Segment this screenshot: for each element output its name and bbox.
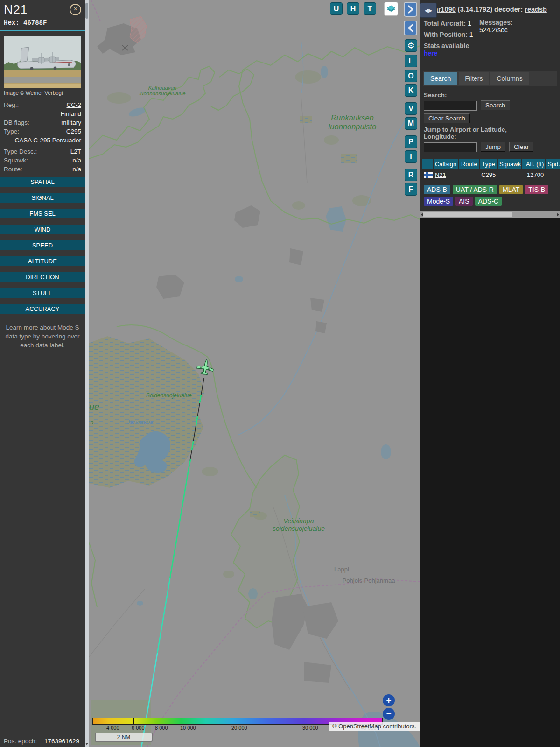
settings-gear-icon[interactable]: ⚙ xyxy=(405,39,417,52)
table-header-cell[interactable]: Callsign xyxy=(434,159,459,169)
hex-code: Hex: 46788F xyxy=(4,19,81,27)
aircraft-detail-sidebar: N21 × Hex: 46788F xyxy=(0,0,85,747)
map-attribution[interactable]: © OpenStreetMap contributors. xyxy=(329,722,420,731)
toggle-h-button[interactable]: H xyxy=(347,2,359,15)
altitude-tick: 10 000 xyxy=(180,725,196,731)
row-callsign-link[interactable]: N21 xyxy=(435,171,446,178)
toggle-f-button[interactable]: F xyxy=(405,183,417,196)
readsb-link[interactable]: readsb xyxy=(525,6,547,13)
tar1090-app: N21 × Hex: 46788F xyxy=(0,0,560,747)
squawk-label: Squawk: xyxy=(4,156,28,165)
registration-link[interactable]: CC-2 xyxy=(66,100,81,109)
table-header-cell[interactable]: Type xyxy=(480,159,497,169)
altitude-tick: 30 000 xyxy=(302,725,318,731)
section-header: SPATIAL xyxy=(0,177,85,187)
pos-epoch-value: 1763961629 xyxy=(44,737,79,746)
layers-icon[interactable] xyxy=(384,2,398,16)
jump-input[interactable] xyxy=(424,142,477,152)
table-header-cell[interactable]: Spd. xyxy=(546,159,560,169)
jump-button[interactable]: Jump xyxy=(481,142,505,152)
section-header: WIND xyxy=(0,225,85,234)
source-badge[interactable]: ADS-B xyxy=(424,185,450,194)
aircraft-table: CallsignRouteTypeSquawkAlt. (ft)Spd. N21… xyxy=(422,159,560,180)
table-horizontal-scrollbar[interactable] xyxy=(420,211,560,218)
chevron-right-icon[interactable] xyxy=(404,2,417,17)
table-header-cell[interactable]: Squawk xyxy=(498,159,521,169)
section-header: SPEED xyxy=(0,240,85,250)
source-badge[interactable]: AIS xyxy=(455,197,473,206)
typedesc-value: L2T xyxy=(70,147,81,156)
altitude-tick: 8 000 xyxy=(155,725,168,731)
messages-block: Messages:524.2/sec xyxy=(479,19,513,34)
toggle-t-button[interactable]: T xyxy=(364,2,376,15)
source-badges-row1: ADS-BUAT / ADS-RMLATTIS-B xyxy=(420,180,560,194)
section-header: FMS SEL xyxy=(0,209,85,218)
table-row[interactable]: N21 C295 12700 xyxy=(422,169,560,180)
table-header-cell[interactable]: Route xyxy=(459,159,479,169)
scrollbar-thumb[interactable] xyxy=(85,3,88,19)
section-header: ACCURACY xyxy=(0,304,85,314)
sidebar-section-2: FMS SEL xyxy=(4,209,81,221)
panel-tabs: Search Filters Columns xyxy=(423,71,557,86)
layers-glyph xyxy=(385,3,397,14)
row-route xyxy=(459,169,479,180)
table-header-cell[interactable] xyxy=(422,159,433,169)
section-header: STUFF xyxy=(0,288,85,298)
search-input[interactable] xyxy=(424,101,477,111)
toggle-o-button[interactable]: O xyxy=(405,70,417,82)
close-icon[interactable]: × xyxy=(70,4,81,15)
source-badge[interactable]: UAT / ADS-R xyxy=(453,185,497,194)
toggle-m-button[interactable]: M xyxy=(405,117,417,130)
route-label: Route: xyxy=(4,165,22,174)
toggle-v-button[interactable]: V xyxy=(405,102,417,115)
panel-empty-area xyxy=(420,218,560,747)
aircraft-info-block: Reg.:CC-2 Finland DB flags:military Type… xyxy=(4,100,81,174)
source-badges-row2: Mode-SAISADS-C xyxy=(420,194,560,206)
panel-toggle-button[interactable]: ◀▶ xyxy=(420,3,437,18)
sidebar-section-0: SPATIAL xyxy=(4,177,81,190)
sidebar-section-1: SIGNAL xyxy=(4,193,81,205)
toggle-k-button[interactable]: K xyxy=(405,84,417,97)
hscrollbar-thumb[interactable] xyxy=(423,212,512,217)
tab-search[interactable]: Search xyxy=(424,72,457,85)
dbflags-value: military xyxy=(61,118,81,127)
clear-search-button[interactable]: Clear Search xyxy=(424,113,470,123)
section-header: SIGNAL xyxy=(0,193,85,203)
sidebar-scrollbar[interactable] xyxy=(85,0,89,747)
tab-columns[interactable]: Columns xyxy=(490,72,528,85)
search-section: Search: Search Clear Search Jump to Airp… xyxy=(420,86,560,152)
sidebar-sections: SPATIAL xyxy=(4,177,81,317)
typedesc-label: Type Desc.: xyxy=(4,147,37,156)
jump-clear-button[interactable]: Clear xyxy=(509,142,533,152)
toggle-r-button[interactable]: R xyxy=(405,169,417,181)
type-longname: CASA C-295 Persuader xyxy=(14,136,81,145)
table-header-cell[interactable]: Alt. (ft) xyxy=(522,159,546,169)
zoom-out-button[interactable]: − xyxy=(383,708,395,720)
toggle-i-button[interactable]: I xyxy=(405,150,417,163)
source-badge[interactable]: ADS-C xyxy=(475,197,502,206)
sidebar-section-6: DIRECTION xyxy=(4,272,81,285)
route-value: n/a xyxy=(72,165,81,174)
zoom-in-button[interactable]: + xyxy=(383,694,395,706)
stats-here-link[interactable]: here xyxy=(424,49,556,57)
search-button[interactable]: Search xyxy=(481,100,510,110)
toggle-l-button[interactable]: L xyxy=(405,55,417,67)
source-badge[interactable]: TIS-B xyxy=(525,185,548,194)
scroll-right-arrow-icon[interactable] xyxy=(557,213,559,217)
map-scale-bar: 2 NM xyxy=(95,733,153,742)
table-header-row: CallsignRouteTypeSquawkAlt. (ft)Spd. xyxy=(422,159,560,169)
map[interactable]: Kalhuaavanluonnonsuojelualue Runkauksenl… xyxy=(89,0,420,747)
row-alt: 12700 xyxy=(522,169,546,180)
chevron-left-icon[interactable] xyxy=(404,21,417,35)
search-label: Search: xyxy=(424,92,556,99)
toggle-u-button[interactable]: U xyxy=(330,2,343,15)
source-badge[interactable]: Mode-S xyxy=(424,197,453,206)
aircraft-photo[interactable] xyxy=(4,36,81,88)
stats-block: Total Aircraft: 1 With Position: 1 Stats… xyxy=(420,13,560,66)
squawk-value: n/a xyxy=(72,156,81,165)
scrollbar-down-arrow-icon[interactable] xyxy=(85,743,88,745)
toggle-p-button[interactable]: P xyxy=(405,135,417,148)
tab-filters[interactable]: Filters xyxy=(459,72,489,85)
altitude-tick: 20 000 xyxy=(231,725,247,731)
source-badge[interactable]: MLAT xyxy=(499,185,523,194)
